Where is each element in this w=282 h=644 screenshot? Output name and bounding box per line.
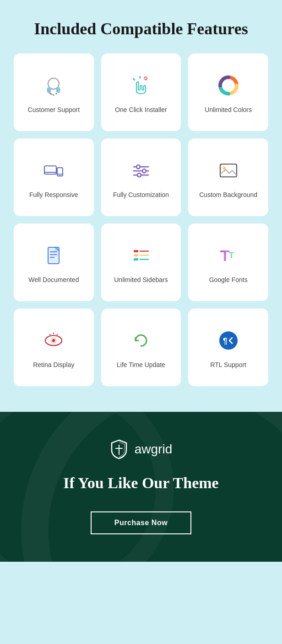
svg-text:T: T [220,247,230,264]
svg-text:T: T [229,251,234,260]
svg-point-3 [53,94,54,96]
logo-text: awgrid [135,442,172,457]
headset-icon [41,73,66,98]
purchase-now-button[interactable]: Purchase Now [91,511,191,534]
svg-point-15 [136,165,140,169]
svg-rect-11 [57,168,63,176]
svg-line-40 [57,334,58,335]
svg-point-19 [137,173,141,177]
features-grid: Customer Support One Click Installer [9,53,273,386]
feature-card-google-fonts: T T Google Fonts [188,224,268,301]
feature-label-unlimited-sidebars: Unlimited Sidebars [114,276,168,285]
bottom-section: awgrid If You Like Our Theme Purchase No… [0,412,282,562]
feature-card-one-click-installer: One Click Installer [101,53,181,131]
feature-label-rtl-support: RTL Support [210,361,246,370]
sliders-icon [128,158,154,183]
feature-label-customer-support: Customer Support [28,106,80,115]
feature-card-unlimited-colors: Unlimited Colors [188,53,268,131]
feature-card-fully-responsive: Fully Responsive [14,138,94,216]
feature-card-custom-background: Custom Background [188,138,268,216]
svg-point-13 [60,175,60,176]
svg-point-37 [52,339,55,342]
logo-area: awgrid [110,439,172,459]
svg-rect-8 [44,166,56,174]
document-icon [41,243,66,268]
top-section: Included Compatible Features Customer Su… [0,0,282,412]
feature-card-customer-support: Customer Support [14,53,94,131]
svg-rect-27 [134,250,138,252]
svg-point-41 [219,331,238,350]
svg-rect-20 [220,164,237,177]
svg-rect-2 [56,87,60,93]
color-wheel-icon [216,73,241,98]
eye-icon [41,328,66,353]
typography-icon: T T [216,243,241,268]
svg-text:¶: ¶ [223,336,228,346]
rtl-icon: ¶ [216,328,241,353]
touch-icon [128,73,154,98]
feature-card-rtl-support: ¶ RTL Support [188,309,268,386]
feature-card-fully-customization: Fully Customization [101,138,181,216]
page-title: Included Compatible Features [9,18,273,40]
svg-point-17 [142,169,146,173]
feature-label-life-time-update: Life Time Update [117,361,165,370]
svg-line-39 [49,334,50,335]
feature-label-one-click-installer: One Click Installer [115,106,167,115]
feature-card-unlimited-sidebars: Unlimited Sidebars [101,224,181,301]
refresh-icon [128,328,154,353]
logo-shield-icon [110,439,130,459]
feature-card-retina-display: Retina Display [14,309,94,386]
svg-rect-31 [134,258,138,261]
feature-card-well-documented: Well Documented [14,224,94,301]
tagline: If You Like Our Theme [63,473,218,493]
feature-label-fully-customization: Fully Customization [113,191,169,200]
devices-icon [41,158,66,183]
feature-label-fully-responsive: Fully Responsive [29,191,78,200]
list-color-icon [128,243,154,268]
feature-label-google-fonts: Google Fonts [209,276,248,285]
feature-label-unlimited-colors: Unlimited Colors [205,106,252,115]
feature-label-custom-background: Custom Background [199,191,257,200]
feature-label-retina-display: Retina Display [33,361,74,370]
feature-label-well-documented: Well Documented [28,276,79,285]
svg-point-4 [50,93,52,95]
svg-point-7 [225,82,232,89]
svg-rect-29 [134,254,138,256]
image-icon [216,158,241,183]
svg-point-5 [56,93,57,95]
feature-card-life-time-update: Life Time Update [101,309,181,386]
